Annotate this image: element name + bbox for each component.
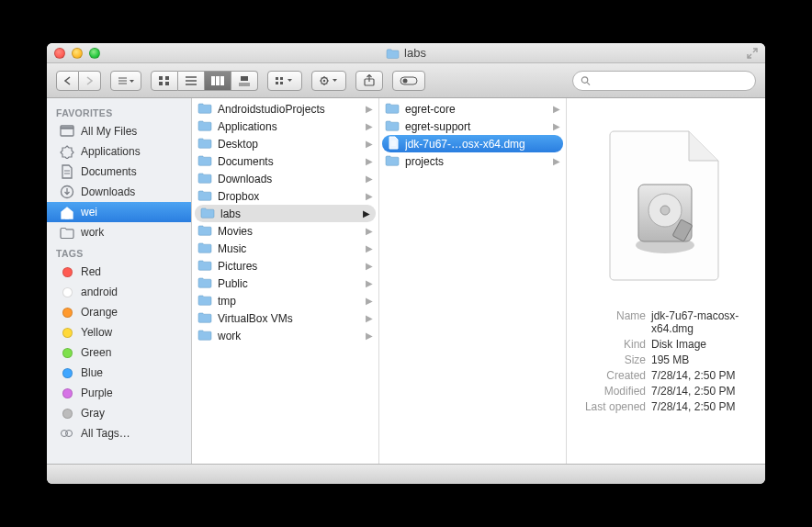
column-item[interactable]: work▶ (192, 327, 378, 344)
meta-key: Kind (580, 338, 651, 351)
sidebar-item-label: All My Files (81, 125, 137, 138)
coverflow-view-button[interactable] (231, 71, 258, 91)
column-item-label: Movies (218, 225, 356, 238)
sidebar-item-label: Orange (81, 306, 118, 319)
column-item[interactable]: jdk-7u67-…osx-x64.dmg (382, 135, 563, 152)
svg-point-17 (581, 76, 587, 82)
sidebar-item-android[interactable]: android (47, 282, 191, 302)
sidebar-item-work[interactable]: work (47, 222, 191, 242)
sidebar-item-wei[interactable]: wei (47, 202, 191, 222)
column-item[interactable]: AndroidstudioProjects▶ (192, 100, 378, 118)
sidebar-item-label: work (81, 226, 104, 239)
share-button[interactable] (355, 71, 383, 91)
sidebar-item-orange[interactable]: Orange (47, 302, 191, 322)
column-item-label: Applications (218, 120, 356, 133)
svg-rect-21 (66, 214, 69, 219)
forward-button[interactable] (79, 71, 101, 91)
column-item[interactable]: Pictures▶ (192, 257, 378, 275)
folder-icon (385, 154, 400, 169)
path-menu-button[interactable] (110, 71, 141, 91)
sidebar-item-red[interactable]: Red (47, 262, 191, 282)
meta-key: Size (580, 353, 651, 366)
column-item-label: projects (405, 155, 544, 168)
sidebar-item-green[interactable]: Green (47, 342, 191, 363)
chevron-right-icon: ▶ (366, 156, 373, 166)
sidebar-item-label: Red (81, 265, 101, 278)
titlebar[interactable]: labs (47, 43, 765, 63)
window-title: labs (47, 46, 765, 60)
column-item[interactable]: Movies▶ (192, 222, 378, 240)
svg-rect-11 (280, 82, 283, 84)
folder-icon (197, 119, 212, 134)
meta-row: Modified7/28/14, 2:50 PM (580, 383, 752, 398)
dmg-preview-icon (597, 126, 735, 282)
close-button[interactable] (54, 48, 65, 59)
meta-key: Last opened (580, 400, 651, 413)
folder-icon (197, 294, 212, 308)
column-item[interactable]: Desktop▶ (192, 135, 378, 152)
sidebar-item-label: wei (81, 206, 97, 219)
folder-icon (197, 329, 212, 343)
fullscreen-icon[interactable] (746, 47, 759, 60)
column-item[interactable]: Downloads▶ (192, 170, 378, 187)
column-item[interactable]: VirtualBox VMs▶ (192, 309, 378, 327)
column-item[interactable]: egret-support▶ (379, 118, 566, 135)
tags-button[interactable] (392, 71, 425, 91)
tag-icon (60, 285, 74, 299)
column-item[interactable]: Music▶ (192, 240, 378, 257)
window-body: FAVORITESAll My FilesApplicationsDocumen… (47, 98, 765, 464)
column-item[interactable]: Applications▶ (192, 118, 378, 135)
back-button[interactable] (56, 71, 79, 91)
column-item[interactable]: egret-core▶ (379, 100, 566, 118)
chevron-right-icon: ▶ (553, 156, 560, 166)
chevron-right-icon: ▶ (366, 191, 373, 201)
svg-point-23 (66, 431, 73, 437)
column-item-label: Desktop (218, 138, 356, 151)
sidebar-item-yellow[interactable]: Yellow (47, 322, 191, 342)
folder-icon (200, 207, 215, 221)
column-item[interactable]: projects▶ (379, 152, 566, 170)
sidebar-item-label: Documents (81, 165, 137, 178)
svg-point-16 (403, 78, 408, 83)
sidebar-item-purple[interactable]: Purple (47, 383, 191, 403)
sidebar-item-documents[interactable]: Documents (47, 162, 191, 182)
search-input[interactable] (595, 74, 748, 87)
sidebar-item-downloads[interactable]: Downloads (47, 182, 191, 202)
sidebar-item-label: Purple (81, 387, 113, 399)
chevron-right-icon: ▶ (363, 208, 370, 219)
svg-rect-2 (159, 82, 163, 85)
chevron-right-icon: ▶ (366, 243, 373, 253)
tag-icon (60, 264, 74, 279)
sidebar-item-all-my-files[interactable]: All My Files (47, 121, 191, 141)
svg-rect-0 (159, 76, 163, 80)
sidebar-item-applications[interactable]: Applications (47, 141, 191, 162)
folder-icon (385, 102, 400, 117)
column-browser: AndroidstudioProjects▶Applications▶Deskt… (192, 98, 567, 464)
minimize-button[interactable] (72, 48, 83, 59)
tag-icon (60, 365, 74, 380)
svg-rect-7 (241, 76, 248, 81)
column-item[interactable]: Public▶ (192, 275, 378, 292)
meta-row: KindDisk Image (580, 336, 752, 352)
zoom-button[interactable] (89, 48, 100, 59)
meta-row: Namejdk-7u67-macosx-x64.dmg (580, 308, 752, 336)
sidebar-item-all-tags-[interactable]: All Tags… (47, 423, 191, 443)
sidebar-item-label: Blue (81, 366, 103, 379)
column-item[interactable]: labs▶ (195, 205, 376, 222)
column-item[interactable]: Dropbox▶ (192, 187, 378, 205)
action-button[interactable] (311, 71, 346, 91)
column-item[interactable]: tmp▶ (192, 292, 378, 309)
sidebar-item-gray[interactable]: Gray (47, 403, 191, 423)
search-field[interactable] (572, 71, 756, 91)
icon-view-button[interactable] (151, 71, 178, 91)
sidebar-item-label: Downloads (81, 185, 135, 198)
list-view-button[interactable] (178, 71, 205, 91)
meta-row: Size195 MB (580, 352, 752, 367)
sidebar-item-blue[interactable]: Blue (47, 363, 191, 383)
column-item[interactable]: Documents▶ (192, 152, 378, 170)
sidebar-header: TAGS (47, 242, 191, 262)
column-view-button[interactable] (205, 71, 231, 91)
arrange-button[interactable] (267, 71, 302, 91)
folder-icon (197, 259, 212, 274)
column-0: AndroidstudioProjects▶Applications▶Deskt… (192, 98, 379, 464)
